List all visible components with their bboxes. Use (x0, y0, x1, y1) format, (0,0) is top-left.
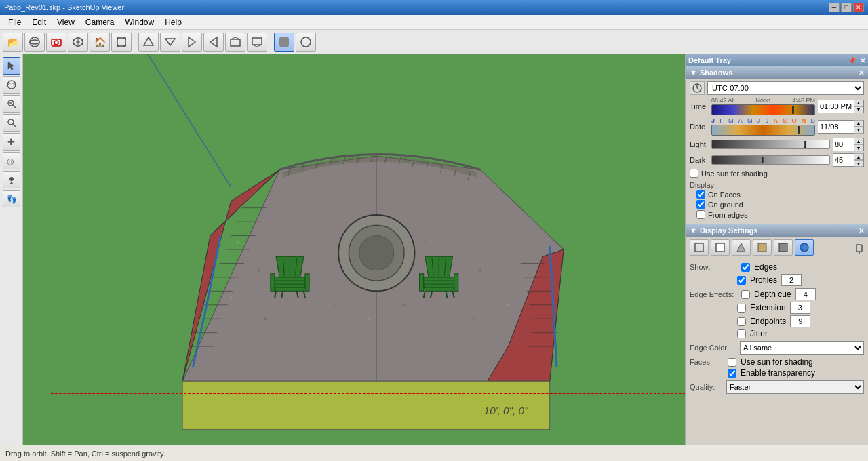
faces-sun-checkbox[interactable] (728, 358, 736, 367)
tb-home[interactable]: 🏠 (90, 33, 110, 52)
light-input[interactable] (833, 140, 854, 148)
time-input[interactable] (818, 102, 854, 111)
tb-right-view[interactable] (203, 33, 224, 52)
endpoints-checkbox[interactable] (737, 317, 746, 326)
dark-row: Dark ▲ ▼ (690, 153, 864, 167)
time-thumb[interactable] (792, 106, 794, 114)
ds-settings-pin[interactable] (854, 244, 864, 256)
svg-point-0 (30, 37, 39, 47)
quality-dropdown[interactable]: Faster Nicer Best (726, 380, 864, 394)
transparency-checkbox[interactable] (728, 369, 736, 378)
timezone-dropdown[interactable]: UTC-07:00 UTC-08:00 UTC-06:00 (707, 81, 864, 95)
tb-left-view[interactable] (182, 33, 202, 52)
tb-style-solid[interactable] (274, 33, 294, 52)
viewport[interactable]: 10', 0", 0" (23, 54, 685, 445)
minimize-button[interactable]: ─ (829, 3, 840, 12)
default-tray-header[interactable]: Default Tray 📌 ✕ (686, 54, 868, 66)
tb-iso[interactable] (68, 33, 88, 52)
edge-color-label: Edge Color: (690, 344, 737, 352)
menu-window[interactable]: Window (120, 16, 160, 28)
extension-checkbox[interactable] (737, 304, 746, 313)
tb-top[interactable] (138, 33, 159, 52)
style-btn-4[interactable] (753, 239, 772, 256)
date-thumb[interactable] (798, 126, 800, 134)
tb-front[interactable] (160, 33, 180, 52)
date-down[interactable]: ▼ (854, 127, 863, 134)
style-icons-row (690, 239, 814, 256)
ds-collapse-icon: ▼ (690, 226, 697, 235)
light-up[interactable]: ▲ (854, 138, 863, 144)
dark-down[interactable]: ▼ (854, 160, 863, 167)
dark-up[interactable]: ▲ (854, 153, 863, 160)
tb-bottom[interactable] (247, 33, 267, 52)
select-tool[interactable] (3, 57, 20, 75)
orbit-tool[interactable] (3, 76, 20, 94)
tb-style-wireframe[interactable] (296, 33, 316, 52)
month-D: D (810, 117, 815, 124)
menu-edit[interactable]: Edit (26, 16, 52, 28)
on-faces-checkbox[interactable] (696, 190, 705, 199)
depth-cue-checkbox[interactable] (741, 290, 750, 299)
menu-file[interactable]: File (3, 16, 26, 28)
faces-label: Faces: (690, 358, 724, 366)
look-around-tool[interactable] (3, 171, 20, 188)
tb-zoom-ext[interactable] (111, 33, 132, 52)
edge-color-dropdown[interactable]: All same By material By axis (740, 341, 864, 355)
dark-thumb[interactable] (762, 157, 764, 163)
maximize-button[interactable]: □ (841, 3, 852, 12)
jitter-checkbox[interactable] (737, 329, 746, 338)
shadows-close[interactable]: ✕ (859, 69, 864, 77)
time-down[interactable]: ▼ (854, 106, 863, 113)
light-down[interactable]: ▼ (854, 144, 863, 151)
tb-camera[interactable] (46, 33, 66, 52)
display-settings-header[interactable]: ▼ Display Settings ✕ (686, 224, 868, 237)
menu-camera[interactable]: Camera (80, 16, 120, 28)
light-thumb[interactable] (804, 141, 806, 148)
time-spinbox: ▲ ▼ (818, 100, 864, 113)
ds-close[interactable]: ✕ (859, 227, 864, 235)
tray-close[interactable]: ✕ (860, 57, 865, 64)
svg-point-54 (479, 269, 481, 272)
style-btn-6[interactable] (795, 239, 814, 256)
style-btn-3[interactable] (732, 239, 751, 256)
edges-checkbox[interactable] (741, 263, 750, 272)
position-camera-tool[interactable]: 👣 (3, 190, 20, 207)
style-btn-5[interactable] (774, 239, 793, 256)
sun-shading-label: Use sun for shading (701, 169, 768, 178)
time-row: Time 06:42 AI Noon 4:46 PM (690, 97, 864, 115)
svg-rect-150 (856, 245, 862, 252)
date-slider-container: J F M A M J J A S O N D (711, 117, 815, 136)
menu-help[interactable]: Help (159, 16, 187, 28)
dark-input[interactable] (833, 156, 854, 164)
depth-cue-value[interactable] (795, 288, 816, 300)
zoom-extents-tool[interactable] (3, 114, 20, 132)
tray-pin[interactable]: 📌 (848, 57, 856, 64)
svg-rect-143 (695, 243, 703, 252)
shadows-section-header[interactable]: ▼ Shadows ✕ (686, 66, 868, 79)
extension-value[interactable] (790, 302, 810, 314)
date-slider[interactable] (711, 125, 815, 136)
pan-tool[interactable]: ✚ (3, 133, 20, 151)
walk-tool[interactable]: ◎ (3, 152, 20, 169)
zoom-tool[interactable] (3, 95, 20, 113)
profiles-checkbox[interactable] (737, 276, 746, 285)
style-btn-1[interactable] (690, 239, 709, 256)
svg-marker-117 (271, 274, 275, 292)
tb-open[interactable]: 📂 (3, 33, 23, 52)
from-edges-checkbox[interactable] (696, 210, 705, 219)
light-slider[interactable] (711, 140, 830, 149)
style-btn-2[interactable] (711, 239, 730, 256)
tb-orbit[interactable] (24, 33, 45, 52)
close-button[interactable]: ✕ (853, 3, 864, 12)
date-up[interactable]: ▲ (854, 120, 863, 127)
time-up[interactable]: ▲ (854, 100, 863, 106)
menu-view[interactable]: View (52, 16, 80, 28)
tb-back[interactable] (225, 33, 245, 52)
sun-shading-checkbox[interactable] (690, 169, 698, 178)
endpoints-value[interactable] (790, 315, 810, 327)
dark-slider[interactable] (711, 155, 830, 165)
profiles-value[interactable] (781, 274, 802, 286)
date-input[interactable] (818, 123, 854, 131)
on-ground-checkbox[interactable] (696, 200, 705, 209)
time-slider[interactable] (711, 104, 815, 115)
